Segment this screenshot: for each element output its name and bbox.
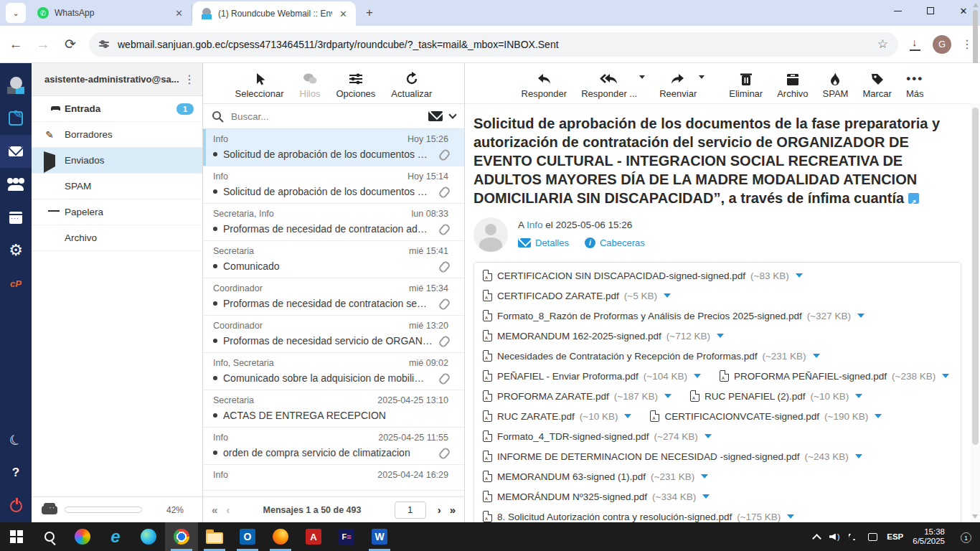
attachment-menu-caret-icon[interactable] <box>857 314 864 318</box>
reply-all-caret-icon[interactable] <box>639 75 645 79</box>
folder-archivo[interactable]: Archivo <box>32 225 202 251</box>
message-row[interactable]: Info Hoy 15:26 Solicitud de aprobación d… <box>203 129 464 166</box>
attachment-menu-caret-icon[interactable] <box>787 514 794 519</box>
profile-avatar[interactable]: G <box>933 35 951 54</box>
archive-button[interactable]: Archivo <box>777 72 808 99</box>
message-row[interactable]: Info 2025-04-25 11:55 orden de compra se… <box>203 428 464 465</box>
attachment-name[interactable]: Formato_4_TDR-signed-signed.pdf <box>497 431 649 442</box>
taskbar-chrome-button[interactable] <box>165 522 198 551</box>
tab-search-chevron-icon[interactable]: ⌄ <box>6 3 26 23</box>
external-link-icon[interactable] <box>908 193 919 204</box>
chevron-down-icon[interactable] <box>448 110 456 118</box>
attachment-item[interactable]: CERTIFICACIONVCATE-signed.pdf (~190 KB) <box>650 406 882 426</box>
dark-mode-button[interactable]: ☾ <box>0 423 32 456</box>
attachment-menu-caret-icon[interactable] <box>855 454 862 458</box>
attachment-menu-caret-icon[interactable] <box>875 414 882 418</box>
reading-scrollbar[interactable] <box>971 103 980 522</box>
wifi-icon[interactable] <box>849 534 859 540</box>
attachment-name[interactable]: MEMORÁNDUM Nº325-signed.pdf <box>497 491 647 502</box>
attachment-menu-caret-icon[interactable] <box>717 334 724 338</box>
last-page-button[interactable]: » <box>450 504 456 516</box>
attachment-item[interactable]: MEMORANDUM 63-signed (1).pdf (~231 KB) <box>483 466 708 486</box>
nav-calendar-button[interactable] <box>0 201 32 234</box>
taskbar-firefox-button[interactable] <box>264 522 297 551</box>
more-button[interactable]: ••• Más <box>906 72 924 99</box>
attachment-menu-caret-icon[interactable] <box>942 374 949 378</box>
delete-button[interactable]: Eliminar <box>729 72 763 99</box>
options-button[interactable]: Opciones <box>336 72 375 99</box>
attachment-menu-caret-icon[interactable] <box>624 414 631 418</box>
forward-button[interactable]: Reenviar <box>659 72 697 99</box>
tab-whatsapp[interactable]: ✆ WhatsApp ✕ <box>29 4 192 22</box>
message-row[interactable]: Secretaria mié 15:41 Comunicado <box>203 241 464 278</box>
attachment-name[interactable]: RUC PENAFIEL (2).pdf <box>705 391 806 402</box>
details-toggle[interactable]: Detalles <box>518 237 569 248</box>
attachment-menu-caret-icon[interactable] <box>702 494 710 499</box>
attachment-name[interactable]: MEMORANDUM 162-2025-signed.pdf <box>497 331 661 342</box>
folder-spam[interactable]: SPAM <box>32 174 202 199</box>
folder-menu-icon[interactable]: ⋮ <box>184 72 195 86</box>
tab-close-icon[interactable]: ✕ <box>338 9 349 19</box>
device-icon[interactable] <box>868 533 877 541</box>
downloads-icon[interactable] <box>908 38 923 51</box>
attachment-item[interactable]: RUC ZARATE.pdf (~10 KB) <box>483 406 631 426</box>
prev-page-button[interactable]: ‹ <box>226 504 230 516</box>
message-row[interactable]: Info 2025-04-24 16:29 <box>203 465 464 491</box>
new-tab-button[interactable]: + <box>360 4 379 22</box>
mark-button[interactable]: Marcar <box>862 72 891 99</box>
taskbar-edge-button[interactable] <box>132 522 165 551</box>
attachment-name[interactable]: CERTIFICACIONVCATE-signed.pdf <box>664 411 819 422</box>
attachment-name[interactable]: 8. Solicitud Autorización contra y resol… <box>497 512 732 522</box>
attachment-item[interactable]: PEÑAFIEL - Enviar Proforma.pdf (~104 KB) <box>483 366 701 386</box>
message-row[interactable]: Secretaria, Info lun 08:33 Proformas de … <box>203 204 464 241</box>
volume-icon[interactable]: ) <box>829 533 839 541</box>
threads-button[interactable]: Hilos <box>300 72 321 99</box>
attachment-name[interactable]: PEÑAFIEL - Enviar Proforma.pdf <box>497 371 639 382</box>
refresh-button[interactable]: Actualizar <box>391 72 432 99</box>
recipient-link[interactable]: Info <box>527 220 543 230</box>
attachment-name[interactable]: INFORME DE DETERMINACION DE NECESIDAD -s… <box>497 451 800 462</box>
attachment-item[interactable]: INFORME DE DETERMINACION DE NECESIDAD -s… <box>483 446 862 466</box>
taskbar-acrobat-button[interactable]: A <box>297 522 330 551</box>
nav-contacts-button[interactable] <box>0 168 32 201</box>
attachment-name[interactable]: PROFORMA ZARATE.pdf <box>497 391 609 402</box>
forward-button[interactable]: → <box>34 37 52 52</box>
attachment-name[interactable]: CERTIFICACION SIN DISCAPACIDAD-signed-si… <box>497 270 745 281</box>
compose-button[interactable] <box>0 102 32 135</box>
nav-settings-button[interactable]: ⚙ <box>0 234 32 267</box>
attachment-item[interactable]: RUC PENAFIEL (2).pdf (~10 KB) <box>690 386 862 406</box>
taskbar-ie-button[interactable]: e <box>99 522 132 551</box>
folder-entrada[interactable]: Entrada 1 <box>32 96 202 122</box>
attachment-menu-caret-icon[interactable] <box>664 293 671 298</box>
attachment-name[interactable]: PROFORMA PEÑAFIEL-signed.pdf <box>734 371 887 382</box>
attachment-item[interactable]: Necesidades de Contratación y Recepción … <box>483 346 820 366</box>
taskbar-word-button[interactable]: W <box>363 522 396 551</box>
folder-borradores[interactable]: ✎ Borradores <box>32 122 202 148</box>
attachment-item[interactable]: CERTIFICADO ZARATE.pdf (~5 KB) <box>483 286 671 306</box>
address-bar[interactable]: webmail.sanjuan.gob.ec/cpsess4713464511/… <box>89 32 898 57</box>
attachment-item[interactable]: Formato_4_TDR-signed-signed.pdf (~274 KB… <box>483 426 712 446</box>
taskbar-search-button[interactable] <box>33 522 66 551</box>
message-row[interactable]: Coordinador mié 13:20 Proformas de neces… <box>203 316 464 353</box>
attachment-menu-caret-icon[interactable] <box>855 394 862 398</box>
message-row[interactable]: Info Hoy 15:14 Solicitud de aprobación d… <box>203 166 464 204</box>
attachment-name[interactable]: Necesidades de Contratación y Recepción … <box>497 351 757 362</box>
start-button[interactable] <box>0 522 33 551</box>
select-button[interactable]: Seleccionar <box>235 72 284 99</box>
attachment-item[interactable]: Formato_8_Razón de Proformas y Análisis … <box>483 306 864 326</box>
bookmark-star-icon[interactable]: ☆ <box>877 37 888 52</box>
page-input[interactable] <box>395 501 426 519</box>
attachment-menu-caret-icon[interactable] <box>694 374 701 378</box>
attachment-item[interactable]: CERTIFICACION SIN DISCAPACIDAD-signed-si… <box>483 265 803 286</box>
nav-mail-button[interactable] <box>0 135 32 168</box>
window-restore-button[interactable] <box>914 0 947 22</box>
attachment-item[interactable]: PROFORMA ZARATE.pdf (~187 KB) <box>483 386 672 406</box>
attachment-name[interactable]: Formato_8_Razón de Proformas y Análisis … <box>497 311 802 321</box>
logout-button[interactable] <box>0 489 32 522</box>
account-header[interactable]: asistente-administrativo@sa... ⋮ <box>32 63 202 96</box>
attachment-item[interactable]: MEMORÁNDUM Nº325-signed.pdf (~334 KB) <box>483 486 710 507</box>
attachment-menu-caret-icon[interactable] <box>796 273 803 278</box>
window-minimize-button[interactable] <box>881 0 914 22</box>
attachment-menu-caret-icon[interactable] <box>664 394 672 398</box>
nav-cpanel-button[interactable]: cP <box>0 267 32 300</box>
